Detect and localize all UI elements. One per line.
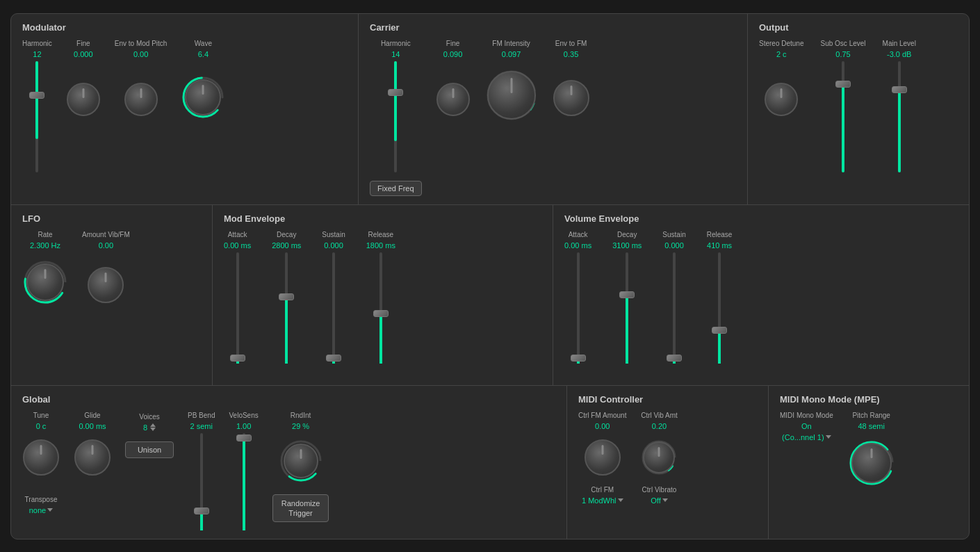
row-2: LFO Rate 2.300 Hz Amount Vi [11, 205, 969, 386]
transpose-arrow-icon[interactable] [47, 508, 53, 512]
lfo-amount-value: 0.00 [99, 241, 113, 250]
harmonic-slider[interactable] [35, 61, 38, 172]
ctrl-fm-arrow-icon[interactable] [618, 498, 623, 502]
fine-value: 0.000 [74, 50, 93, 58]
sub-osc-slider[interactable] [842, 61, 844, 172]
pitch-range-group: Pitch Range 48 semi [847, 412, 896, 487]
vol-release-value: 410 ms [707, 241, 732, 250]
sub-osc-label: Sub Osc Level [821, 40, 866, 47]
mod-attack-group: Attack 0.00 ms [224, 231, 251, 364]
output-title: Output [759, 22, 958, 33]
pb-bend-slider[interactable] [200, 433, 203, 530]
main-level-group: Main Level -3.0 dB [883, 40, 916, 172]
sub-osc-value: 0.75 [835, 50, 850, 58]
carrier-fine-value: 0.090 [443, 50, 463, 58]
lfo-rate-knob[interactable] [22, 259, 68, 305]
mod-attack-slider[interactable] [236, 252, 239, 364]
ctrl-vib-amt-knob[interactable] [640, 439, 678, 476]
ctrl-vibrato-dropdown[interactable]: Off [651, 496, 667, 505]
harmonic-group: Harmonic 12 [22, 40, 52, 172]
ctrl-fm-amt-label: Ctrl FM Amount [578, 412, 626, 419]
rnd-int-knob[interactable] [279, 439, 323, 483]
ctrl-fm-value: 1 ModWhl [582, 496, 616, 505]
voices-stepper[interactable] [150, 423, 156, 431]
vol-sustain-slider[interactable] [673, 252, 676, 364]
ctrl-vibrato-arrow-icon[interactable] [662, 498, 668, 502]
ctrl-fm-dropdown[interactable]: 1 ModWhl [582, 496, 623, 505]
global-title: Global [22, 394, 555, 405]
velo-sens-group: VeloSens 1.00 [229, 412, 258, 530]
mod-release-value: 1800 ms [366, 241, 395, 250]
mod-decay-label: Decay [277, 231, 296, 238]
carrier-harmonic-slider[interactable] [394, 61, 397, 172]
midi-mono-channel-dropdown[interactable]: (Co...nnel 1) [782, 433, 831, 441]
fixed-freq-button[interactable]: Fixed Freq [370, 181, 422, 196]
tune-value: 0 c [36, 422, 47, 430]
unison-button[interactable]: Unison [125, 441, 174, 458]
mod-decay-value: 2800 ms [272, 241, 301, 250]
vol-env-content: Attack 0.00 ms Decay 3100 ms [564, 231, 958, 364]
mod-sustain-value: 0.000 [324, 241, 343, 250]
wave-knob[interactable] [181, 75, 225, 120]
lfo-content: Rate 2.300 Hz Amount Vib/FM 0.00 [22, 231, 201, 305]
midi-mono-content: MIDI Mono Mode On (Co...nnel 1) Pitch Ra… [780, 412, 958, 487]
voices-down-arrow-icon[interactable] [150, 428, 156, 431]
pb-bend-label: PB Bend [188, 412, 215, 419]
transpose-dropdown[interactable]: none [29, 506, 53, 514]
carrier-panel: Carrier Harmonic 14 Fixed Freq [359, 14, 748, 204]
voices-up-arrow-icon[interactable] [150, 423, 156, 427]
wave-label: Wave [195, 40, 212, 47]
vol-decay-slider[interactable] [626, 252, 628, 364]
randomize-button[interactable]: RandomizeTrigger [272, 494, 329, 523]
global-panel: Global Tune 0 c Transpose none [11, 386, 567, 539]
velo-sens-value: 1.00 [236, 422, 251, 430]
lfo-amount-group: Amount Vib/FM 0.00 [82, 231, 130, 304]
vol-attack-slider[interactable] [577, 252, 580, 364]
lfo-amount-knob[interactable] [87, 266, 124, 304]
global-content: Tune 0 c Transpose none Glide 0.00 ms [22, 412, 555, 530]
voices-control[interactable]: 8 [143, 423, 156, 432]
vol-attack-label: Attack [569, 231, 588, 238]
modulator-title: Modulator [22, 22, 347, 33]
pitch-range-value: 48 semi [858, 422, 885, 430]
vol-attack-group: Attack 0.00 ms [564, 231, 591, 364]
midi-ctrl-title: MIDI Controller [578, 394, 757, 405]
mod-release-slider[interactable] [379, 252, 382, 364]
midi-mono-mode-group: MIDI Mono Mode On (Co...nnel 1) [780, 412, 833, 441]
ctrl-vib-amt-value: 0.20 [652, 422, 667, 430]
mod-env-content: Attack 0.00 ms Decay 2800 ms [224, 231, 541, 364]
ctrl-fm-amt-knob[interactable] [584, 439, 621, 476]
voices-label: Voices [139, 413, 159, 421]
glide-knob[interactable] [74, 439, 111, 476]
midi-ctrl-content: Ctrl FM Amount 0.00 Ctrl FM 1 ModWhl Ctr… [578, 412, 757, 505]
env-fm-knob[interactable] [553, 79, 590, 117]
main-level-slider[interactable] [898, 61, 901, 172]
carrier-fine-group: Fine 0.090 [436, 40, 471, 117]
vol-release-slider[interactable] [718, 252, 721, 364]
ctrl-vib-amt-label: Ctrl Vib Amt [641, 412, 678, 419]
stereo-detune-knob[interactable] [764, 82, 799, 117]
ctrl-vibrato-value: Off [651, 496, 660, 505]
velo-sens-slider[interactable] [243, 433, 245, 530]
lfo-title: LFO [22, 213, 201, 224]
mod-release-label: Release [368, 231, 393, 238]
rnd-int-value: 29 % [292, 422, 309, 430]
lfo-rate-group: Rate 2.300 Hz [22, 231, 68, 305]
vol-attack-value: 0.00 ms [564, 241, 591, 250]
mod-decay-slider[interactable] [285, 252, 288, 364]
carrier-fine-knob[interactable] [436, 82, 471, 117]
volume-envelope-panel: Volume Envelope Attack 0.00 ms Decay [553, 205, 969, 385]
tune-knob[interactable] [22, 439, 60, 476]
carrier-harmonic-group: Harmonic 14 Fixed Freq [370, 40, 422, 196]
mod-sustain-slider[interactable] [332, 252, 335, 364]
fine-knob[interactable] [66, 82, 101, 117]
env-mod-pitch-knob[interactable] [124, 82, 158, 117]
pb-bend-group: PB Bend 2 semi [188, 412, 215, 530]
fm-intensity-knob[interactable] [484, 68, 539, 122]
pitch-range-knob[interactable] [847, 439, 896, 487]
transpose-value: none [29, 506, 46, 514]
tune-group: Tune 0 c Transpose none [22, 412, 60, 514]
sub-osc-group: Sub Osc Level 0.75 [821, 40, 866, 172]
midi-mono-channel-arrow-icon[interactable] [826, 435, 831, 439]
mod-release-group: Release 1800 ms [366, 231, 395, 364]
